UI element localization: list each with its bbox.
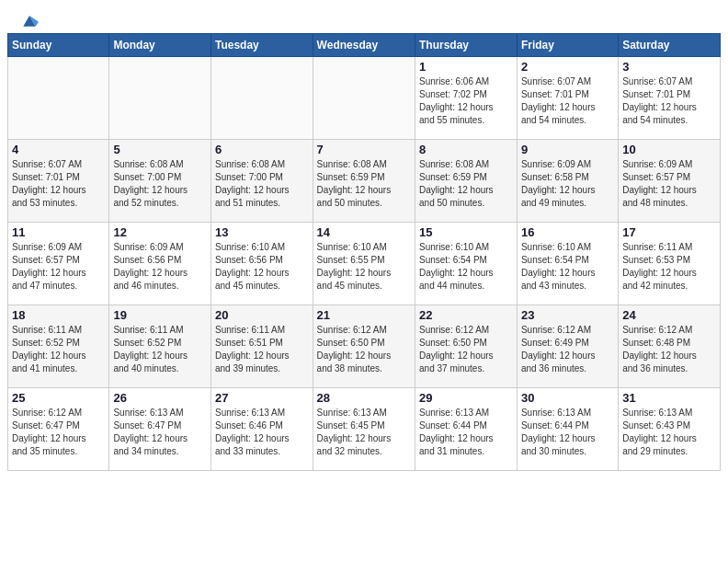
logo <box>18 13 39 29</box>
day-number: 29 <box>419 391 513 405</box>
day-info: Sunrise: 6:10 AM Sunset: 6:54 PM Dayligh… <box>419 241 513 293</box>
calendar-cell: 20Sunrise: 6:11 AM Sunset: 6:51 PM Dayli… <box>210 305 313 388</box>
calendar-cell: 14Sunrise: 6:10 AM Sunset: 6:55 PM Dayli… <box>313 223 415 305</box>
day-info: Sunrise: 6:09 AM Sunset: 6:57 PM Dayligh… <box>622 158 716 210</box>
day-info: Sunrise: 6:07 AM Sunset: 7:01 PM Dayligh… <box>12 158 105 210</box>
day-info: Sunrise: 6:08 AM Sunset: 6:59 PM Dayligh… <box>317 158 411 210</box>
day-info: Sunrise: 6:08 AM Sunset: 7:00 PM Dayligh… <box>113 158 207 210</box>
day-info: Sunrise: 6:12 AM Sunset: 6:48 PM Dayligh… <box>622 324 716 375</box>
calendar-cell: 4Sunrise: 6:07 AM Sunset: 7:01 PM Daylig… <box>8 140 109 223</box>
calendar-cell: 28Sunrise: 6:13 AM Sunset: 6:45 PM Dayli… <box>313 388 415 471</box>
calendar-cell: 15Sunrise: 6:10 AM Sunset: 6:54 PM Dayli… <box>415 223 518 305</box>
calendar-wrapper: Sunday Monday Tuesday Wednesday Thursday… <box>0 33 728 478</box>
day-info: Sunrise: 6:07 AM Sunset: 7:01 PM Dayligh… <box>521 75 614 127</box>
day-number: 25 <box>12 391 105 405</box>
calendar-cell: 26Sunrise: 6:13 AM Sunset: 6:47 PM Dayli… <box>109 388 211 471</box>
header-wednesday: Wednesday <box>313 34 415 57</box>
day-info: Sunrise: 6:12 AM Sunset: 6:47 PM Dayligh… <box>12 407 105 458</box>
calendar-week-row: 25Sunrise: 6:12 AM Sunset: 6:47 PM Dayli… <box>8 388 721 471</box>
day-number: 31 <box>622 391 716 405</box>
calendar-cell: 25Sunrise: 6:12 AM Sunset: 6:47 PM Dayli… <box>8 388 109 471</box>
header-friday: Friday <box>517 34 618 57</box>
page-header <box>0 0 728 33</box>
calendar-cell: 27Sunrise: 6:13 AM Sunset: 6:46 PM Dayli… <box>210 388 313 471</box>
day-info: Sunrise: 6:07 AM Sunset: 7:01 PM Dayligh… <box>622 75 716 127</box>
calendar-cell: 16Sunrise: 6:10 AM Sunset: 6:54 PM Dayli… <box>517 223 618 305</box>
calendar-cell: 2Sunrise: 6:07 AM Sunset: 7:01 PM Daylig… <box>517 57 618 140</box>
day-number: 28 <box>317 391 411 405</box>
day-number: 23 <box>521 308 614 322</box>
day-number: 20 <box>215 308 309 322</box>
calendar-cell: 17Sunrise: 6:11 AM Sunset: 6:53 PM Dayli… <box>619 223 721 305</box>
calendar-cell: 1Sunrise: 6:06 AM Sunset: 7:02 PM Daylig… <box>415 57 518 140</box>
day-info: Sunrise: 6:09 AM Sunset: 6:56 PM Dayligh… <box>113 241 207 293</box>
calendar-cell: 21Sunrise: 6:12 AM Sunset: 6:50 PM Dayli… <box>313 305 415 388</box>
day-info: Sunrise: 6:11 AM Sunset: 6:52 PM Dayligh… <box>12 324 105 375</box>
day-number: 18 <box>12 308 105 322</box>
header-thursday: Thursday <box>415 34 518 57</box>
calendar-cell: 7Sunrise: 6:08 AM Sunset: 6:59 PM Daylig… <box>313 140 415 223</box>
calendar-cell <box>8 57 109 140</box>
day-number: 10 <box>622 143 716 156</box>
header-tuesday: Tuesday <box>210 34 313 57</box>
calendar-body: 1Sunrise: 6:06 AM Sunset: 7:02 PM Daylig… <box>8 57 721 471</box>
day-info: Sunrise: 6:12 AM Sunset: 6:49 PM Dayligh… <box>521 324 614 375</box>
day-info: Sunrise: 6:11 AM Sunset: 6:52 PM Dayligh… <box>113 324 207 375</box>
calendar-cell: 11Sunrise: 6:09 AM Sunset: 6:57 PM Dayli… <box>8 223 109 305</box>
calendar-week-row: 4Sunrise: 6:07 AM Sunset: 7:01 PM Daylig… <box>8 140 721 223</box>
day-info: Sunrise: 6:13 AM Sunset: 6:44 PM Dayligh… <box>521 407 614 458</box>
day-number: 3 <box>622 60 716 74</box>
calendar-cell: 9Sunrise: 6:09 AM Sunset: 6:58 PM Daylig… <box>517 140 618 223</box>
day-info: Sunrise: 6:13 AM Sunset: 6:45 PM Dayligh… <box>317 407 411 458</box>
day-info: Sunrise: 6:11 AM Sunset: 6:51 PM Dayligh… <box>215 324 309 375</box>
day-info: Sunrise: 6:10 AM Sunset: 6:54 PM Dayligh… <box>521 241 614 293</box>
calendar-week-row: 1Sunrise: 6:06 AM Sunset: 7:02 PM Daylig… <box>8 57 721 140</box>
calendar-cell: 22Sunrise: 6:12 AM Sunset: 6:50 PM Dayli… <box>415 305 518 388</box>
day-info: Sunrise: 6:13 AM Sunset: 6:44 PM Dayligh… <box>419 407 513 458</box>
day-info: Sunrise: 6:10 AM Sunset: 6:55 PM Dayligh… <box>317 241 411 293</box>
day-info: Sunrise: 6:09 AM Sunset: 6:57 PM Dayligh… <box>12 241 105 293</box>
day-number: 4 <box>12 143 105 156</box>
calendar-cell <box>313 57 415 140</box>
day-info: Sunrise: 6:09 AM Sunset: 6:58 PM Dayligh… <box>521 158 614 210</box>
day-number: 19 <box>113 308 207 322</box>
day-info: Sunrise: 6:08 AM Sunset: 6:59 PM Dayligh… <box>419 158 513 210</box>
calendar-cell: 23Sunrise: 6:12 AM Sunset: 6:49 PM Dayli… <box>517 305 618 388</box>
day-number: 12 <box>113 225 207 239</box>
day-info: Sunrise: 6:13 AM Sunset: 6:46 PM Dayligh… <box>215 407 309 458</box>
logo-icon <box>20 11 39 29</box>
day-info: Sunrise: 6:13 AM Sunset: 6:43 PM Dayligh… <box>622 407 716 458</box>
day-number: 21 <box>317 308 411 322</box>
calendar-cell: 19Sunrise: 6:11 AM Sunset: 6:52 PM Dayli… <box>109 305 211 388</box>
day-number: 27 <box>215 391 309 405</box>
day-number: 30 <box>521 391 614 405</box>
header-monday: Monday <box>109 34 211 57</box>
day-number: 22 <box>419 308 513 322</box>
calendar-cell: 5Sunrise: 6:08 AM Sunset: 7:00 PM Daylig… <box>109 140 211 223</box>
calendar-cell: 24Sunrise: 6:12 AM Sunset: 6:48 PM Dayli… <box>619 305 721 388</box>
day-number: 24 <box>622 308 716 322</box>
calendar-cell: 3Sunrise: 6:07 AM Sunset: 7:01 PM Daylig… <box>619 57 721 140</box>
calendar-cell: 6Sunrise: 6:08 AM Sunset: 7:00 PM Daylig… <box>210 140 313 223</box>
calendar-table: Sunday Monday Tuesday Wednesday Thursday… <box>7 33 721 471</box>
day-info: Sunrise: 6:12 AM Sunset: 6:50 PM Dayligh… <box>419 324 513 375</box>
calendar-cell: 13Sunrise: 6:10 AM Sunset: 6:56 PM Dayli… <box>210 223 313 305</box>
day-number: 2 <box>521 60 614 74</box>
calendar-cell: 31Sunrise: 6:13 AM Sunset: 6:43 PM Dayli… <box>619 388 721 471</box>
day-number: 5 <box>113 143 207 156</box>
day-info: Sunrise: 6:06 AM Sunset: 7:02 PM Dayligh… <box>419 75 513 127</box>
calendar-header-row: Sunday Monday Tuesday Wednesday Thursday… <box>8 34 721 57</box>
day-number: 11 <box>12 225 105 239</box>
day-number: 15 <box>419 225 513 239</box>
day-number: 14 <box>317 225 411 239</box>
day-number: 9 <box>521 143 614 156</box>
day-number: 26 <box>113 391 207 405</box>
day-number: 8 <box>419 143 513 156</box>
day-number: 7 <box>317 143 411 156</box>
header-sunday: Sunday <box>8 34 109 57</box>
day-info: Sunrise: 6:10 AM Sunset: 6:56 PM Dayligh… <box>215 241 309 293</box>
calendar-cell: 8Sunrise: 6:08 AM Sunset: 6:59 PM Daylig… <box>415 140 518 223</box>
day-info: Sunrise: 6:11 AM Sunset: 6:53 PM Dayligh… <box>622 241 716 293</box>
calendar-cell: 18Sunrise: 6:11 AM Sunset: 6:52 PM Dayli… <box>8 305 109 388</box>
day-number: 16 <box>521 225 614 239</box>
